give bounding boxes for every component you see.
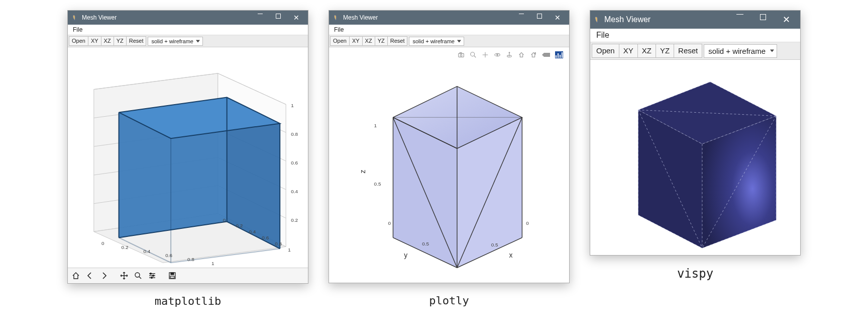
svg-rect-33 bbox=[460, 53, 462, 54]
z-axis-label: z bbox=[359, 170, 367, 174]
app-icon bbox=[71, 14, 79, 22]
yz-button[interactable]: YZ bbox=[375, 36, 388, 46]
window-vispy: Mesh Viewer ✕ File Open XY XZ YZ Reset s… bbox=[590, 10, 801, 256]
render-mode-value: solid + wireframe bbox=[708, 47, 766, 55]
menu-file[interactable]: File bbox=[70, 25, 85, 34]
plotly-logo-icon[interactable] bbox=[555, 51, 563, 58]
x-tick: 0.6 bbox=[165, 253, 172, 258]
render-mode-dropdown[interactable]: solid + wireframe bbox=[409, 37, 464, 46]
app-icon bbox=[593, 16, 601, 24]
svg-point-40 bbox=[509, 52, 510, 53]
configure-icon[interactable] bbox=[146, 270, 158, 282]
vispy-canvas[interactable] bbox=[590, 60, 800, 255]
maximize-button[interactable] bbox=[270, 14, 287, 19]
menubar: File bbox=[590, 29, 800, 42]
reset-camera-icon[interactable] bbox=[518, 51, 525, 58]
zoom-icon[interactable] bbox=[470, 51, 477, 58]
toolbar: Open XY XZ YZ Reset solid + wireframe bbox=[590, 42, 800, 60]
window-title: Mesh Viewer bbox=[343, 14, 378, 21]
reset-button[interactable]: Reset bbox=[387, 36, 408, 46]
window-label: plotly bbox=[429, 294, 469, 307]
xy-button[interactable]: XY bbox=[88, 36, 101, 46]
close-button[interactable]: ✕ bbox=[775, 14, 797, 25]
mpl-nav-toolbar bbox=[68, 268, 308, 283]
maximize-button[interactable] bbox=[752, 14, 774, 20]
close-button[interactable]: ✕ bbox=[288, 14, 305, 22]
render-mode-dropdown[interactable]: solid + wireframe bbox=[704, 44, 777, 58]
toolbar: Open XY XZ YZ Reset solid + wireframe bbox=[68, 35, 308, 47]
x-tick: 0.5 bbox=[491, 242, 498, 248]
minimize-button[interactable] bbox=[252, 14, 269, 14]
mpl-plot: 1 0.8 0.6 0.4 0.2 1 0.8 0.6 0.4 0.2 0 bbox=[68, 47, 308, 268]
svg-point-41 bbox=[534, 53, 535, 54]
z-tick: 0.4 bbox=[291, 189, 298, 194]
window-title: Mesh Viewer bbox=[604, 15, 650, 24]
window-label: matplotlib bbox=[155, 295, 221, 307]
y-axis-label: y bbox=[404, 251, 407, 259]
minimize-button[interactable] bbox=[729, 14, 751, 15]
svg-point-25 bbox=[150, 273, 152, 275]
xy-button[interactable]: XY bbox=[349, 36, 363, 46]
window-title: Mesh Viewer bbox=[82, 14, 117, 21]
menu-file[interactable]: File bbox=[331, 25, 347, 34]
svg-line-21 bbox=[139, 277, 141, 279]
reset-button[interactable]: Reset bbox=[674, 44, 702, 58]
z-tick: 0.8 bbox=[291, 131, 298, 137]
window-matplotlib: Mesh Viewer ✕ File Open XY XZ YZ Reset s… bbox=[67, 10, 308, 284]
back-icon[interactable] bbox=[84, 270, 96, 282]
menu-file[interactable]: File bbox=[593, 30, 612, 41]
hover-icon[interactable] bbox=[542, 52, 550, 58]
plotly-plot: z y x 1 0.5 0 0.5 0 0.5 bbox=[329, 47, 569, 283]
turntable-icon[interactable] bbox=[506, 51, 513, 58]
app-icon bbox=[332, 14, 340, 22]
xz-button[interactable]: XZ bbox=[637, 44, 656, 58]
pan-icon[interactable] bbox=[482, 51, 489, 58]
maximize-button[interactable] bbox=[531, 14, 548, 19]
orbit-icon[interactable] bbox=[494, 51, 501, 58]
yz-button[interactable]: YZ bbox=[656, 44, 674, 58]
home-icon[interactable] bbox=[70, 270, 82, 282]
svg-point-37 bbox=[497, 54, 498, 55]
x-tick: 1 bbox=[211, 261, 214, 266]
y-tick: 0.4 bbox=[249, 229, 256, 235]
xz-button[interactable]: XZ bbox=[362, 36, 375, 46]
plotly-modebar bbox=[458, 51, 563, 58]
reset-button[interactable]: Reset bbox=[126, 36, 147, 46]
xy-button[interactable]: XY bbox=[619, 44, 638, 58]
y-tick: 0.8 bbox=[275, 241, 282, 247]
svg-point-34 bbox=[471, 52, 475, 56]
render-mode-value: solid + wireframe bbox=[151, 38, 193, 44]
titlebar: Mesh Viewer ✕ bbox=[590, 11, 800, 29]
zoom-icon[interactable] bbox=[132, 270, 144, 282]
pan-icon[interactable] bbox=[118, 270, 130, 282]
titlebar: Mesh Viewer ✕ bbox=[68, 11, 308, 25]
forward-icon[interactable] bbox=[98, 270, 110, 282]
minimize-button[interactable] bbox=[513, 14, 530, 14]
xz-button[interactable]: XZ bbox=[101, 36, 114, 46]
open-button[interactable]: Open bbox=[592, 44, 619, 58]
svg-rect-31 bbox=[459, 54, 464, 57]
plotly-canvas[interactable]: z y x 1 0.5 0 0.5 0 0.5 bbox=[329, 47, 569, 283]
open-button[interactable]: Open bbox=[330, 36, 350, 46]
camera-icon[interactable] bbox=[458, 51, 465, 58]
cube-mesh bbox=[393, 87, 522, 268]
z-tick: 1 bbox=[374, 123, 377, 129]
render-mode-dropdown[interactable]: solid + wireframe bbox=[148, 37, 202, 46]
mpl-canvas[interactable]: 1 0.8 0.6 0.4 0.2 1 0.8 0.6 0.4 0.2 0 bbox=[68, 47, 308, 268]
y-tick: 0.6 bbox=[262, 235, 269, 241]
open-button[interactable]: Open bbox=[69, 36, 88, 46]
menubar: File bbox=[329, 25, 569, 35]
yz-button[interactable]: YZ bbox=[114, 36, 127, 46]
menubar: File bbox=[68, 25, 308, 35]
save-icon[interactable] bbox=[166, 270, 178, 282]
toolbar: Open XY XZ YZ Reset solid + wireframe bbox=[329, 35, 569, 47]
reset-last-icon[interactable] bbox=[530, 51, 537, 58]
x-tick: 0.4 bbox=[143, 248, 150, 254]
render-mode-value: solid + wireframe bbox=[412, 38, 454, 44]
x-tick: 0 bbox=[101, 241, 104, 246]
svg-point-32 bbox=[460, 54, 462, 56]
titlebar: Mesh Viewer ✕ bbox=[329, 11, 569, 25]
svg-point-27 bbox=[151, 277, 153, 279]
close-button[interactable]: ✕ bbox=[549, 14, 566, 22]
svg-line-35 bbox=[474, 56, 476, 58]
